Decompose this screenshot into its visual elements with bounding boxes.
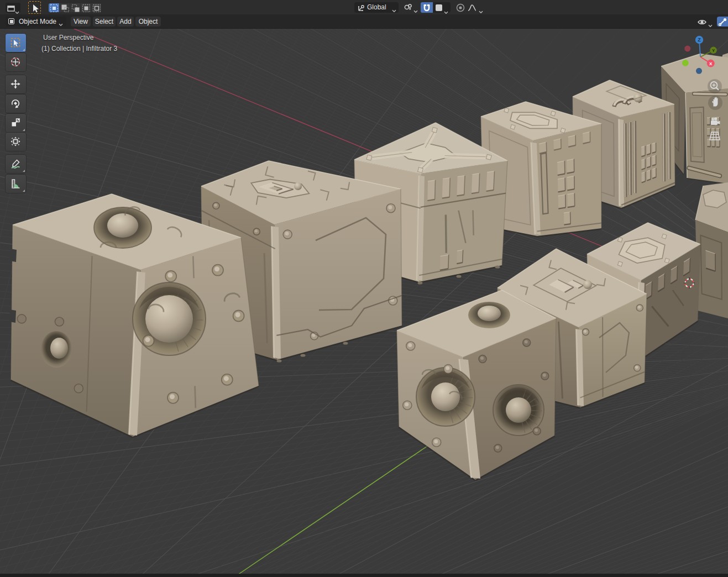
svg-text:X: X	[709, 61, 713, 66]
svg-text:Z: Z	[698, 37, 701, 43]
svg-text:Y: Y	[712, 48, 715, 53]
